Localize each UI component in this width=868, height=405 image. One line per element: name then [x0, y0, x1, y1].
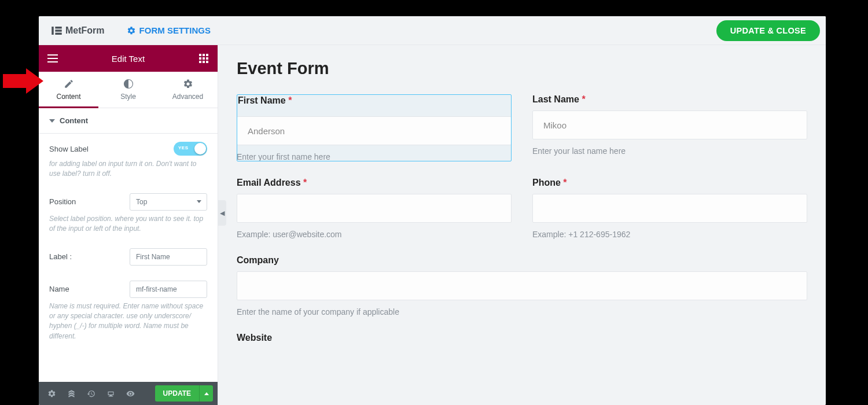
svg-rect-8: [203, 54, 205, 56]
show-label-label: Show Label: [49, 145, 89, 153]
svg-rect-15: [206, 61, 208, 63]
tab-content[interactable]: Content: [39, 72, 98, 108]
toggle-knob: [194, 143, 206, 154]
phone-label: Phone *: [532, 178, 807, 188]
svg-rect-5: [47, 58, 58, 59]
svg-rect-12: [206, 57, 208, 60]
field-email[interactable]: Email Address * Example: user@website.co…: [237, 178, 512, 239]
svg-rect-6: [47, 61, 58, 62]
control-show-label: Show Label YES: [39, 134, 218, 159]
name-input[interactable]: [130, 281, 207, 298]
section-content-header[interactable]: Content: [39, 108, 218, 134]
update-close-button[interactable]: UPDATE & CLOSE: [716, 20, 820, 41]
svg-rect-7: [199, 54, 201, 56]
svg-rect-2: [55, 30, 61, 32]
gear-icon: [127, 26, 136, 35]
label-input[interactable]: [130, 248, 207, 266]
caret-down-icon: [49, 119, 55, 123]
phone-input[interactable]: [532, 194, 807, 223]
sidebar-title: Edit Text: [112, 54, 145, 64]
gear-small-icon: [183, 79, 193, 89]
sidebar-footer: UPDATE: [39, 382, 218, 405]
svg-rect-3: [55, 32, 61, 35]
footer-responsive-icon[interactable]: [102, 385, 119, 402]
name-help: Name is must required. Enter name withou…: [39, 301, 218, 371]
footer-history-icon[interactable]: [83, 385, 99, 402]
toggle-state-text: YES: [178, 145, 189, 150]
caret-up-icon: [204, 392, 209, 395]
panel-body: Content Show Label YES for adding label …: [39, 108, 218, 405]
position-select[interactable]: [130, 193, 207, 211]
first-name-help: Enter your first name here: [237, 152, 512, 161]
company-label: Company: [237, 255, 807, 266]
modal-header: MetForm FORM SETTINGS UPDATE & CLOSE: [39, 16, 826, 45]
control-position: Position: [39, 185, 218, 214]
email-help: Example: user@website.com: [237, 230, 512, 239]
editor-sidebar: Edit Text Content Style Advanced: [39, 45, 218, 405]
editor-modal: MetForm FORM SETTINGS UPDATE & CLOSE Edi…: [39, 16, 826, 405]
last-name-label: Last Name *: [532, 94, 807, 105]
annotation-arrow: [3, 74, 26, 88]
show-label-help: for adding label on input turn it on. Do…: [39, 159, 218, 185]
tab-advanced-label: Advanced: [172, 93, 203, 101]
footer-navigator-icon[interactable]: [63, 385, 79, 402]
tab-style[interactable]: Style: [98, 72, 158, 108]
app-name-label: MetForm: [65, 25, 105, 36]
sidebar-header: Edit Text: [39, 45, 218, 72]
tab-style-label: Style: [120, 93, 136, 101]
website-label: Website: [237, 333, 807, 343]
footer-gear-icon[interactable]: [43, 385, 60, 402]
form-settings-label: FORM SETTINGS: [139, 25, 211, 35]
email-label: Email Address *: [237, 178, 512, 188]
field-last-name[interactable]: Last Name * Enter your last name here: [532, 94, 807, 161]
metform-logo: MetForm: [52, 25, 105, 36]
field-first-name[interactable]: First Name * Enter your first name here: [237, 94, 512, 161]
position-label: Position: [49, 197, 76, 206]
svg-rect-10: [199, 57, 201, 60]
show-label-toggle[interactable]: YES: [174, 142, 207, 156]
contrast-icon: [123, 79, 134, 89]
elementor-logo-icon: [52, 25, 62, 36]
last-name-input[interactable]: [532, 111, 807, 139]
phone-help: Example: +1 212-695-1962: [532, 230, 807, 239]
preview-canvas[interactable]: Event Form First Name * Enter your first…: [218, 45, 826, 405]
required-mark: *: [563, 178, 567, 187]
section-content-label: Content: [60, 116, 88, 125]
last-name-help: Enter your last name here: [532, 146, 807, 156]
email-input[interactable]: [237, 194, 512, 223]
first-name-input[interactable]: [237, 116, 512, 145]
company-input[interactable]: [237, 271, 807, 300]
tab-content-label: Content: [56, 93, 80, 101]
svg-rect-11: [203, 57, 205, 60]
position-help: Select label position. where you want to…: [39, 214, 218, 240]
control-name: Name: [39, 269, 218, 301]
footer-preview-icon[interactable]: [122, 385, 138, 402]
svg-rect-1: [55, 27, 61, 29]
field-phone[interactable]: Phone * Example: +1 212-695-1962: [532, 178, 807, 239]
form-settings-link[interactable]: FORM SETTINGS: [127, 25, 211, 35]
label-field-label: Label :: [49, 252, 72, 261]
name-field-label: Name: [49, 285, 69, 293]
field-website[interactable]: Website: [237, 333, 807, 349]
required-mark: *: [582, 94, 585, 104]
svg-rect-9: [206, 54, 208, 56]
grid-icon[interactable]: [198, 53, 209, 64]
hamburger-icon[interactable]: [47, 53, 58, 64]
form-title: Event Form: [237, 59, 807, 78]
svg-rect-13: [199, 61, 201, 63]
required-mark: *: [303, 178, 307, 187]
control-label: Label :: [39, 240, 218, 269]
update-options-button[interactable]: [199, 385, 213, 402]
svg-rect-4: [47, 54, 58, 56]
svg-rect-14: [203, 61, 205, 63]
svg-rect-0: [52, 27, 54, 35]
required-mark: *: [288, 95, 292, 105]
pencil-icon: [64, 79, 74, 89]
company-help: Enter the name of your company if applic…: [237, 307, 807, 316]
update-button[interactable]: UPDATE: [155, 385, 199, 402]
collapse-sidebar-button[interactable]: ◀: [218, 200, 226, 226]
tab-advanced[interactable]: Advanced: [158, 72, 218, 108]
first-name-label: First Name *: [237, 94, 512, 111]
field-company[interactable]: Company Enter the name of your company i…: [237, 255, 807, 316]
panel-tabs: Content Style Advanced: [39, 72, 218, 108]
